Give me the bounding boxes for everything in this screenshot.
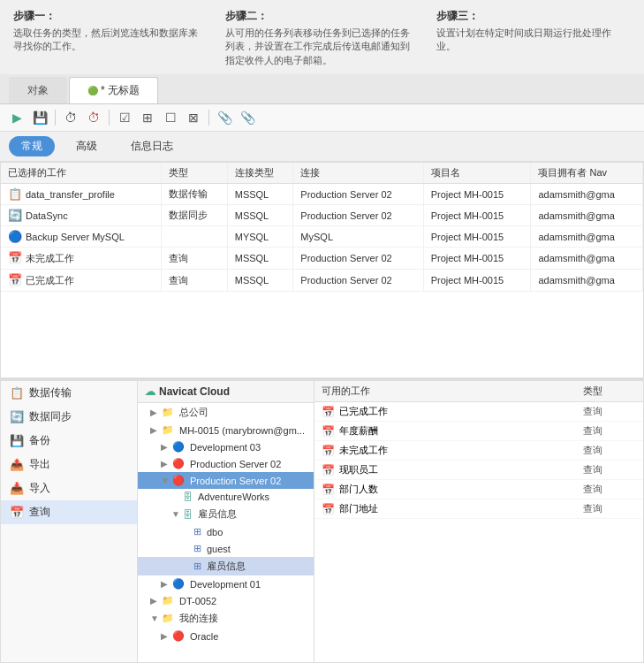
tree-item-label: AdventureWorks bbox=[198, 492, 269, 502]
tree-item-label: guest bbox=[207, 544, 231, 554]
tree-item[interactable]: ⊞ 雇员信息 bbox=[138, 557, 314, 575]
table-row[interactable]: 🔵Backup Server MySQL MYSQL MySQL Project… bbox=[1, 226, 643, 248]
tree-item[interactable]: ▶ 📁 总公司 bbox=[138, 403, 314, 422]
tree-arrow: ▼ bbox=[150, 613, 159, 623]
available-item[interactable]: 📅 现职员工 查询 bbox=[314, 461, 643, 480]
tree-item[interactable]: ⊞ guest bbox=[138, 540, 314, 557]
nav-icon: 💾 bbox=[10, 434, 24, 447]
tree-item[interactable]: 🗄 AdventureWorks bbox=[138, 489, 314, 505]
save-button[interactable]: 💾 bbox=[30, 108, 49, 127]
grid-button-3[interactable]: ⊠ bbox=[184, 108, 203, 127]
step-3-desc: 设置计划在特定时间或日期运行批处理作业。 bbox=[436, 27, 631, 54]
tree-item-label: 总公司 bbox=[179, 406, 208, 419]
available-item-type: 查询 bbox=[583, 483, 636, 496]
cell-owner: adamsmith@gma bbox=[531, 205, 643, 226]
tree-arrow: ▶ bbox=[161, 459, 170, 469]
check-button[interactable]: ☑ bbox=[115, 108, 134, 127]
cell-project: Project MH-0015 bbox=[423, 270, 531, 292]
tree-arrow: ▶ bbox=[161, 579, 170, 589]
tree-item-label: 雇员信息 bbox=[198, 507, 237, 521]
cell-conntype: MSSQL bbox=[227, 205, 293, 226]
tree-item-label: Production Server 02 bbox=[190, 459, 281, 469]
available-item-name: 已完成工作 bbox=[339, 405, 583, 418]
tree-arrow: ▶ bbox=[161, 442, 170, 452]
available-item-type: 查询 bbox=[583, 502, 636, 515]
tree-item[interactable]: ▼ 📁 我的连接 bbox=[138, 609, 314, 628]
cell-owner: adamsmith@gma bbox=[531, 226, 643, 248]
selected-tasks-panel: 已选择的工作 类型 连接类型 连接 项目名 项目拥有者 Nav 📋data_tr… bbox=[1, 163, 643, 379]
available-item[interactable]: 📅 部门地址 查询 bbox=[314, 499, 643, 519]
attach-button-2[interactable]: 📎 bbox=[238, 108, 257, 127]
toolbar-sep-1 bbox=[55, 110, 56, 126]
nav-item-导入[interactable]: 📥导入 bbox=[1, 476, 137, 500]
cell-conn: Production Server 02 bbox=[293, 184, 423, 205]
grid-button-2[interactable]: ☐ bbox=[161, 108, 180, 127]
schedule-button-2[interactable]: ⏱ bbox=[84, 108, 103, 127]
available-item-name: 部门地址 bbox=[339, 502, 583, 515]
tree-item[interactable]: ▶ 🔴 Production Server 02 bbox=[138, 455, 314, 472]
cell-conn: Production Server 02 bbox=[293, 248, 423, 270]
cloud-icon: ☁ bbox=[145, 385, 155, 398]
tree-item[interactable]: ▶ 📁 MH-0015 (marybrown@gm... bbox=[138, 422, 314, 438]
available-item-icon: 📅 bbox=[322, 484, 335, 496]
tab-untitled[interactable]: 🟢* 无标题 bbox=[69, 77, 158, 103]
step-1: 步骤一： 选取任务的类型，然后浏览连线和数据库来寻找你的工作。 bbox=[13, 9, 208, 67]
subtab-normal[interactable]: 常规 bbox=[9, 136, 55, 156]
available-item[interactable]: 📅 未完成工作 查询 bbox=[314, 441, 643, 461]
tree-item[interactable]: ⊞ dbo bbox=[138, 523, 314, 540]
nav-item-备份[interactable]: 💾备份 bbox=[1, 429, 137, 453]
table-row[interactable]: 📅已完成工作 查询 MSSQL Production Server 02 Pro… bbox=[1, 270, 643, 292]
nav-item-导出[interactable]: 📤导出 bbox=[1, 453, 137, 476]
available-panel: 可用的工作 类型 📅 已完成工作 查询 📅 年度薪酬 查询 📅 未完成工作 查询… bbox=[314, 381, 643, 662]
subtab-log[interactable]: 信息日志 bbox=[118, 136, 186, 156]
tab-objects-label: 对象 bbox=[27, 84, 49, 96]
schedule-button-1[interactable]: ⏱ bbox=[61, 108, 80, 127]
cell-conn: Production Server 02 bbox=[293, 270, 423, 292]
available-item[interactable]: 📅 部门人数 查询 bbox=[314, 480, 643, 499]
available-item[interactable]: 📅 年度薪酬 查询 bbox=[314, 422, 643, 441]
tree-item[interactable]: ▼ 🔴 Production Server 02 bbox=[138, 472, 314, 489]
tree-item-label: Development 01 bbox=[190, 579, 261, 590]
attach-button-1[interactable]: 📎 bbox=[215, 108, 234, 127]
tree-panel: ☁ Navicat Cloud ▶ 📁 总公司 ▶ 📁 MH-0015 (mar… bbox=[138, 381, 314, 662]
nav-label: 查询 bbox=[29, 505, 50, 520]
table-row[interactable]: 🔄DataSync 数据同步 MSSQL Production Server 0… bbox=[1, 205, 643, 226]
cell-type: 数据传输 bbox=[162, 184, 228, 205]
tab-objects[interactable]: 对象 bbox=[9, 77, 67, 103]
nav-item-查询[interactable]: 📅查询 bbox=[1, 500, 137, 524]
nav-item-数据同步[interactable]: 🔄数据同步 bbox=[1, 405, 137, 429]
dev-icon: 🔵 bbox=[172, 441, 185, 453]
tree-item-label: 雇员信息 bbox=[207, 560, 246, 573]
tree-item-label: MH-0015 (marybrown@gm... bbox=[179, 425, 305, 436]
grid-button-1[interactable]: ⊞ bbox=[138, 108, 157, 127]
toolbar-sep-2 bbox=[109, 110, 110, 126]
cell-project: Project MH-0015 bbox=[423, 205, 531, 226]
nav-item-数据传输[interactable]: 📋数据传输 bbox=[1, 381, 137, 405]
col-project: 项目名 bbox=[423, 163, 531, 184]
tree-arrow: ▼ bbox=[161, 476, 170, 485]
col-type: 类型 bbox=[162, 163, 228, 184]
tree-item[interactable]: ▶ 📁 DT-0052 bbox=[138, 592, 314, 609]
tree-arrow: ▶ bbox=[161, 631, 170, 641]
table-row[interactable]: 📋data_transfer_profile 数据传输 MSSQL Produc… bbox=[1, 184, 643, 205]
nav-label: 备份 bbox=[29, 433, 50, 448]
available-items-container: 📅 已完成工作 查询 📅 年度薪酬 查询 📅 未完成工作 查询 📅 现职员工 查… bbox=[314, 402, 643, 519]
server-icon: 🔴 bbox=[172, 458, 185, 469]
sub-tabs: 常规 高级 信息日志 bbox=[0, 132, 644, 162]
available-item-type: 查询 bbox=[583, 444, 636, 457]
cell-conntype: MSSQL bbox=[227, 248, 293, 270]
subtab-advanced[interactable]: 高级 bbox=[64, 136, 110, 156]
step-3-title: 步骤三： bbox=[436, 9, 631, 24]
available-item-icon: 📅 bbox=[322, 464, 335, 476]
nav-label: 数据传输 bbox=[29, 385, 72, 400]
run-button[interactable]: ▶ bbox=[7, 108, 27, 127]
tree-item[interactable]: ▶ 🔴 Oracle bbox=[138, 628, 314, 644]
tree-item[interactable]: ▶ 🔵 Development 03 bbox=[138, 438, 314, 455]
col-owner: 项目拥有者 Nav bbox=[531, 163, 643, 184]
available-item[interactable]: 📅 已完成工作 查询 bbox=[314, 402, 643, 422]
tree-item-label: Oracle bbox=[190, 631, 218, 642]
available-col2-header: 类型 bbox=[583, 385, 636, 398]
tree-item[interactable]: ▼ 🗄 雇员信息 bbox=[138, 505, 314, 523]
table-row[interactable]: 📅未完成工作 查询 MSSQL Production Server 02 Pro… bbox=[1, 248, 643, 270]
tree-item[interactable]: ▶ 🔵 Development 01 bbox=[138, 575, 314, 592]
